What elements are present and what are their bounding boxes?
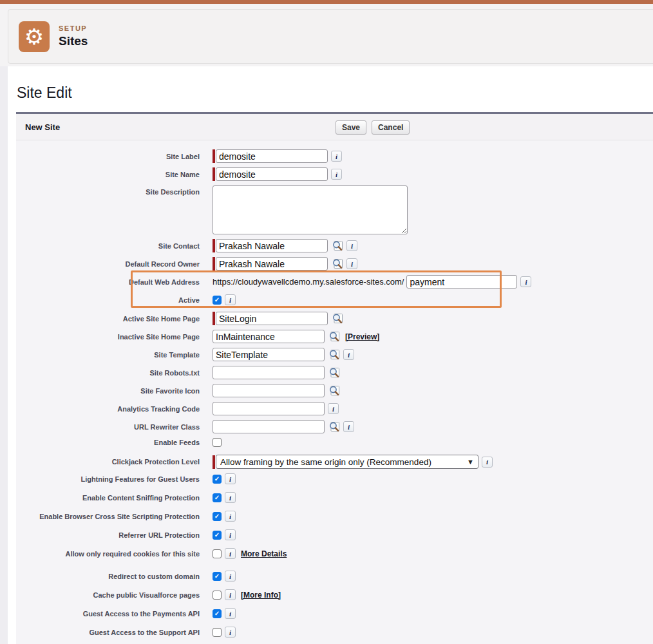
site-name-input[interactable] [216,167,328,181]
save-button[interactable]: Save [336,120,366,135]
info-icon[interactable]: i [343,421,354,432]
default-web-address-input[interactable] [406,275,517,289]
inactive-site-home-page-input[interactable] [213,330,325,343]
form-body: Site Label i Site Name i Site De [16,140,653,644]
enable-browser-xss-protection-label: Enable Browser Cross Site Scripting Prot… [16,513,200,520]
site-favorite-icon-input[interactable] [213,384,325,397]
enable-browser-xss-protection-checkbox[interactable]: ✓ [213,512,222,521]
info-icon[interactable]: i [225,627,236,638]
redirect-to-custom-domain-label: Redirect to custom domain [16,573,200,580]
site-contact-label: Site Contact [16,242,200,250]
site-contact-input[interactable] [216,239,328,252]
info-icon[interactable]: i [520,276,531,287]
row-enable-browser-xss-protection: Enable Browser Cross Site Scripting Prot… [16,511,653,522]
default-web-address-prefix: https://cloudywavellcdemo.my.salesforce-… [213,277,404,287]
guest-access-support-api-checkbox[interactable] [213,628,222,637]
info-icon[interactable]: i [225,608,236,619]
site-label-label: Site Label [16,153,200,160]
row-url-rewriter-class: URL Rewriter Class i [16,420,653,433]
lookup-icon[interactable] [331,313,343,324]
active-site-home-page-input[interactable] [216,312,328,325]
setup-title: Sites [59,34,88,48]
url-rewriter-class-input[interactable] [213,420,325,433]
row-referrer-url-protection: Referrer URL Protection ✓ i [16,529,653,540]
lookup-icon[interactable] [328,349,340,360]
info-icon[interactable]: i [225,511,236,522]
default-record-owner-label: Default Record Owner [16,260,200,268]
row-allow-only-required-cookies: Allow only required cookies for this sit… [16,548,653,559]
allow-only-required-cookies-checkbox[interactable] [213,549,222,558]
info-icon[interactable]: i [225,548,236,559]
lookup-icon[interactable] [328,331,340,342]
enable-content-sniffing-protection-label: Enable Content Sniffing Protection [16,494,200,502]
row-site-template: Site Template i [16,348,653,361]
active-site-home-page-label: Active Site Home Page [16,315,200,323]
preview-link[interactable]: [Preview] [345,332,379,341]
guest-access-support-api-label: Guest Access to the Support API [16,629,200,636]
row-default-web-address: Default Web Address https://cloudywavell… [16,275,653,289]
info-icon[interactable]: i [343,349,354,360]
site-description-textarea[interactable] [213,185,408,234]
row-cache-public-visualforce-pages: Cache public Visualforce pages i [More I… [16,589,653,600]
info-icon[interactable]: i [346,258,357,269]
clickjack-protection-level-select[interactable]: Allow framing by the same origin only (R… [216,455,478,469]
gear-icon: ⚙ [24,26,44,48]
redirect-to-custom-domain-checkbox[interactable]: ✓ [213,572,222,581]
site-template-label: Site Template [16,351,200,359]
info-icon[interactable]: i [225,473,236,484]
row-active: Active ✓ i [16,294,653,305]
site-robots-txt-input[interactable] [213,366,325,379]
more-info-link[interactable]: [More Info] [241,591,281,600]
info-icon[interactable]: i [225,589,236,600]
info-icon[interactable]: i [225,529,236,540]
setup-header-band: ⚙ SETUP Sites [0,4,653,66]
more-details-link[interactable]: More Details [241,549,287,558]
inactive-site-home-page-label: Inactive Site Home Page [16,333,200,341]
required-bar [213,167,215,181]
row-site-robots-txt: Site Robots.txt [16,366,653,379]
selected-option: Allow framing by the same origin only (R… [220,457,467,467]
lookup-icon[interactable] [331,258,343,269]
guest-access-payments-api-label: Guest Access to the Payments API [16,610,200,618]
info-icon[interactable]: i [331,169,342,180]
enable-feeds-checkbox[interactable] [213,438,222,447]
row-guest-access-payments-api: Guest Access to the Payments API ✓ i [16,608,653,619]
row-site-name: Site Name i [16,167,653,181]
lookup-icon[interactable] [328,421,340,432]
cancel-button[interactable]: Cancel [372,120,410,135]
info-icon[interactable]: i [225,571,236,582]
info-icon[interactable]: i [346,240,357,251]
required-bar [213,149,215,163]
lookup-icon[interactable] [331,240,343,251]
main-content-panel: Site Edit New Site Save Cancel Site Labe… [8,66,653,644]
lookup-icon[interactable] [328,385,340,396]
active-checkbox[interactable]: ✓ [213,296,222,305]
site-label-input[interactable] [216,149,328,163]
required-bar [213,312,215,325]
row-redirect-to-custom-domain: Redirect to custom domain ✓ i [16,571,653,582]
row-analytics-tracking-code: Analytics Tracking Code i [16,402,653,415]
info-icon[interactable]: i [225,492,236,503]
info-icon[interactable]: i [482,457,493,468]
lightning-features-guest-users-checkbox[interactable]: ✓ [213,475,222,484]
guest-access-payments-api-checkbox[interactable]: ✓ [213,609,222,618]
clickjack-protection-level-label: Clickjack Protection Level [16,458,200,466]
info-icon[interactable]: i [331,151,342,162]
row-site-label: Site Label i [16,149,653,163]
allow-only-required-cookies-label: Allow only required cookies for this sit… [16,550,200,558]
site-template-input[interactable] [213,348,325,361]
default-record-owner-input[interactable] [216,257,328,270]
info-icon[interactable]: i [225,294,236,305]
enable-content-sniffing-protection-checkbox[interactable]: ✓ [213,493,222,502]
cache-public-visualforce-pages-checkbox[interactable] [213,591,222,600]
cache-public-visualforce-pages-label: Cache public Visualforce pages [16,591,200,599]
analytics-tracking-code-input[interactable] [213,402,325,415]
section-title: New Site [16,122,60,132]
row-enable-content-sniffing-protection: Enable Content Sniffing Protection ✓ i [16,492,653,503]
url-rewriter-class-label: URL Rewriter Class [16,423,200,431]
lookup-icon[interactable] [328,367,340,378]
info-icon[interactable]: i [328,403,339,414]
referrer-url-protection-checkbox[interactable]: ✓ [213,531,222,540]
referrer-url-protection-label: Referrer URL Protection [16,531,200,539]
row-guest-access-support-api: Guest Access to the Support API i [16,627,653,638]
